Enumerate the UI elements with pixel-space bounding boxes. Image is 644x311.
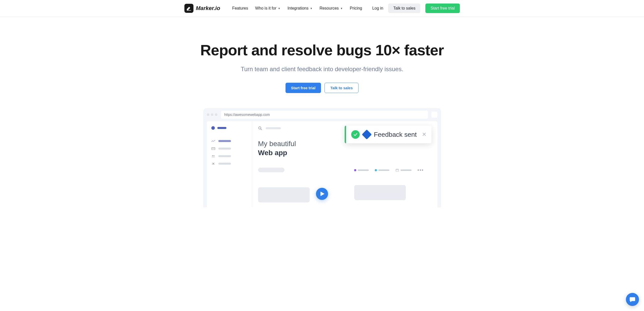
main-nav: Features Who is it for▼ Integrations▼ Re… — [232, 6, 362, 11]
nav-resources[interactable]: Resources▼ — [319, 6, 343, 11]
nav-label: Who is it for — [255, 6, 276, 11]
title-line-2: Web app — [258, 149, 287, 157]
mockup-content-right: ••• — [354, 168, 429, 200]
chevron-down-icon: ▼ — [340, 7, 343, 10]
hero-section: Report and resolve bugs 10× faster Turn … — [0, 17, 644, 108]
login-link[interactable]: Log in — [372, 6, 383, 11]
logo-text: Marker.io — [196, 5, 220, 12]
mockup-sidebar — [207, 121, 252, 207]
search-placeholder — [266, 127, 281, 129]
hero-illustration: https://awesomewebapp.com — [203, 108, 441, 207]
hero-title: Report and resolve bugs 10× faster — [5, 42, 639, 59]
browser-action-icon — [431, 112, 437, 118]
users-icon — [211, 155, 215, 157]
start-free-trial-button[interactable]: Start free trial — [425, 4, 460, 13]
hero-start-trial-button[interactable]: Start free trial — [286, 83, 321, 93]
mockup-sidebar-item — [211, 140, 247, 142]
link-icon — [211, 162, 215, 165]
url-bar: https://awesomewebapp.com — [221, 111, 428, 119]
hero-subtitle: Turn team and client feedback into devel… — [5, 66, 639, 73]
hero-cta-group: Start free trial Talk to sales — [5, 83, 639, 93]
nav-label: Pricing — [350, 6, 362, 11]
nav-integrations[interactable]: Integrations▼ — [288, 6, 313, 11]
check-icon — [351, 130, 360, 139]
mockup-sidebar-item — [211, 147, 247, 150]
play-video-button[interactable] — [316, 188, 328, 200]
svg-point-4 — [259, 127, 261, 129]
close-icon[interactable]: ✕ — [422, 131, 426, 138]
logo[interactable]: Marker.io — [184, 4, 220, 13]
title-line-1: My beautiful — [258, 140, 296, 148]
chevron-down-icon: ▼ — [310, 7, 312, 10]
mockup-main: My beautiful Web app — [252, 121, 437, 207]
logo-icon — [184, 4, 193, 13]
app-mockup: My beautiful Web app — [207, 121, 437, 207]
svg-point-2 — [212, 155, 213, 156]
svg-rect-6 — [396, 169, 398, 171]
svg-line-5 — [261, 129, 262, 130]
avatar-icon — [211, 126, 215, 130]
svg-rect-0 — [212, 148, 215, 150]
mockup-content-left — [258, 168, 310, 202]
window-controls — [207, 113, 217, 116]
nav-label: Features — [232, 6, 248, 11]
search-icon — [258, 126, 262, 130]
nav-pricing[interactable]: Pricing — [350, 6, 362, 11]
nav-label: Resources — [319, 6, 339, 11]
card-icon — [211, 147, 215, 150]
mockup-sidebar-item — [211, 155, 247, 157]
hero-talk-sales-button[interactable]: Talk to sales — [325, 83, 358, 93]
tag-item — [395, 168, 412, 172]
calendar-icon — [395, 168, 399, 172]
more-icon: ••• — [418, 168, 424, 173]
site-header: Marker.io Features Who is it for▼ Integr… — [184, 0, 460, 17]
nav-who-is-it-for[interactable]: Who is it for▼ — [255, 6, 280, 11]
talk-to-sales-button[interactable]: Talk to sales — [388, 4, 420, 13]
workspace-name-placeholder — [217, 127, 226, 129]
nav-label: Integrations — [288, 6, 309, 11]
feedback-sent-toast: Feedback sent ✕ — [345, 126, 431, 143]
svg-point-3 — [213, 155, 214, 156]
toast-text: Feedback sent — [374, 131, 417, 139]
tag-item — [375, 169, 389, 171]
browser-mockup: https://awesomewebapp.com — [203, 108, 441, 207]
jira-icon — [362, 129, 372, 140]
mockup-workspace — [211, 126, 247, 130]
mockup-sidebar-item — [211, 162, 247, 165]
nav-features[interactable]: Features — [232, 6, 248, 11]
chart-icon — [211, 140, 215, 142]
chevron-down-icon: ▼ — [278, 7, 280, 10]
tag-item — [354, 169, 369, 171]
